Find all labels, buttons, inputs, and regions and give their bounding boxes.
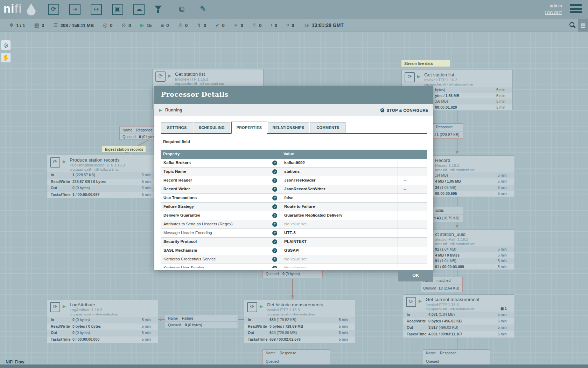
help-icon[interactable]: ? — [272, 239, 277, 244]
processor-name: LogAttribute — [70, 302, 95, 307]
stat-label: Read/Write — [407, 319, 426, 323]
table-row[interactable]: Record Reader?JsonTreeReader→ — [161, 176, 427, 185]
property-value: UTF-8 — [284, 231, 296, 235]
value-cell[interactable]: No value set — [280, 264, 398, 268]
go-to-service-icon[interactable]: → — [402, 177, 407, 183]
proc-logattribute[interactable]: In0 (0 bytes)5 minRead/Write0 bytes / 0 … — [47, 300, 158, 342]
stat-window: 5 min — [496, 88, 505, 92]
tab-comments[interactable]: COMMENTS — [310, 122, 346, 133]
help-icon[interactable]: ? — [272, 169, 277, 174]
connection-row-value: Response — [280, 351, 296, 355]
stat-window: 5 min — [498, 173, 507, 177]
connection-label-row: Queued10 (2.64 KB) — [421, 285, 462, 292]
tab-relationships[interactable]: RELATIONSHIPS — [268, 122, 309, 133]
property-name: Record Reader — [163, 178, 192, 182]
processor-type-icon: ⟳ — [50, 157, 60, 168]
table-row[interactable]: Topic Name?stations — [161, 168, 427, 176]
nifi-application: In5 minRead/Write5 minOut5 minTasks/Time… — [0, 0, 588, 368]
value-cell[interactable]: JsonRecordSetWriter — [280, 185, 398, 193]
help-icon[interactable]: ? — [272, 204, 277, 209]
table-row[interactable]: Failure Strategy?Route to Failure — [161, 203, 427, 211]
value-cell[interactable]: UTF-8 — [280, 229, 398, 237]
remote-process-group-icon[interactable]: ☁ — [133, 4, 145, 15]
birdseye-button[interactable]: ◎ — [1, 40, 10, 50]
value-cell[interactable]: No value set — [280, 255, 398, 264]
table-row[interactable]: Message Header Encoding?UTF-8 — [161, 229, 427, 238]
table-row[interactable]: Security Protocol?PLAINTEXT — [161, 238, 427, 246]
label-stream-live-data[interactable]: Stream live-data — [401, 60, 450, 67]
proc-get-historic-measurements[interactable]: In689 (179.52 KB)5 minRead/Write0 bytes … — [244, 300, 355, 342]
table-row[interactable]: SASL Mechanism?GSSAPI — [161, 246, 427, 255]
stop-and-configure-button[interactable]: ⚙STOP & CONFIGURE — [380, 107, 428, 114]
help-icon[interactable]: ? — [272, 196, 277, 200]
value-cell[interactable]: kafka:9092 — [280, 159, 398, 167]
stat-row: Tasks/Time1 / 00:00:00.0675 min — [47, 192, 158, 198]
label-ingest-station-records[interactable]: Ingest station records — [102, 146, 146, 152]
value-cell[interactable]: false — [280, 194, 398, 202]
help-icon[interactable]: ? — [272, 248, 277, 253]
tab-properties[interactable]: PROPERTIES — [231, 122, 267, 134]
refresh-icon[interactable]: ⟳ — [304, 22, 309, 29]
value-cell[interactable]: PLAINTEXT — [280, 238, 398, 246]
help-icon[interactable]: ? — [272, 257, 277, 262]
help-icon[interactable]: ? — [272, 187, 277, 192]
processor-icon[interactable]: ⟳ — [48, 4, 59, 15]
connection-row-value: d 1 (228.57 KB) — [434, 132, 460, 137]
stat-value: bytes) — [435, 88, 445, 92]
value-cell[interactable]: No value set — [280, 220, 398, 229]
funnel-icon[interactable] — [155, 6, 162, 13]
connection-row-label: Name — [426, 351, 436, 355]
stat-value: 91 / 00:00:03.089 — [435, 265, 464, 269]
value-cell[interactable]: Route to Failure — [280, 203, 398, 211]
panel-toggle-button[interactable]: ▤ — [578, 19, 588, 32]
breadcrumb[interactable]: NiFi Flow — [6, 360, 24, 364]
stat-value: 91 (1.04 MB) — [435, 247, 456, 251]
help-icon[interactable]: ? — [272, 222, 277, 227]
help-icon[interactable]: ? — [272, 266, 277, 268]
search-button[interactable] — [566, 19, 578, 32]
template-icon[interactable]: ⧉ — [176, 4, 187, 15]
connection-row-label: Queued — [426, 359, 439, 363]
stat-label: Out — [248, 330, 254, 335]
table-row[interactable]: Kerberos Credentials Service?No value se… — [161, 255, 427, 264]
value-cell[interactable]: stations — [280, 168, 398, 176]
ok-button[interactable]: OK — [398, 270, 433, 281]
value-cell[interactable]: GSSAPI — [280, 246, 398, 255]
help-icon[interactable]: ? — [272, 213, 277, 218]
help-icon[interactable]: ? — [272, 178, 277, 183]
conn-response-bottom-mid[interactable]: NameResponseQueued — [262, 349, 330, 366]
pan-hand-button[interactable]: ✋ — [1, 53, 10, 62]
input-port-icon[interactable]: ⇥ — [69, 4, 80, 15]
logout-link[interactable]: LOG OUT — [545, 11, 562, 15]
stat-window: 5 min — [498, 319, 507, 323]
stat-value: 0 (0 bytes) — [72, 186, 90, 190]
tab-scheduling[interactable]: SCHEDULING — [194, 122, 230, 133]
conn-response-bottom-right[interactable]: NameResponseQueued — [423, 349, 490, 366]
table-row[interactable]: Kerberos User Service?No value set — [161, 264, 427, 268]
process-group-icon[interactable]: ▣ — [112, 4, 123, 15]
stat-value-number: 00:00:00.595 — [435, 191, 457, 196]
go-to-service-icon[interactable]: → — [402, 186, 407, 191]
label-icon[interactable]: ✎ — [197, 4, 209, 15]
output-port-icon[interactable]: ↦ — [91, 4, 102, 15]
conn-failure[interactable]: NameFailureQueued0 (0 bytes) — [165, 315, 238, 328]
table-row[interactable]: Record Writer?JsonRecordSetWriter→ — [161, 185, 427, 194]
cluster-node-badge: ▦ 1 — [500, 307, 507, 311]
stat-value: 0 (0 bytes) — [72, 330, 90, 335]
help-icon[interactable]: ? — [272, 231, 277, 236]
proc-produce-station-records[interactable]: In1 (228.57 KB)5 minRead/Write228.57 KB … — [47, 155, 158, 198]
table-row[interactable]: Delivery Guarantee?Guarantee Replicated … — [161, 211, 427, 220]
connection-row-value: Failure — [182, 316, 193, 320]
connection-row-label: Queued — [168, 323, 181, 327]
table-row[interactable]: Attributes to Send as Headers (Regex)?No… — [161, 220, 427, 229]
table-row[interactable]: Use Transactions?false — [161, 194, 427, 203]
global-menu-button[interactable] — [570, 4, 582, 14]
value-cell[interactable]: JsonTreeReader — [280, 176, 398, 185]
tab-settings[interactable]: SETTINGS — [161, 122, 193, 133]
value-cell[interactable]: Guarantee Replicated Delivery — [280, 211, 398, 220]
help-icon[interactable]: ? — [272, 161, 277, 165]
stat-value: 4,081 / 00:03:11.167 — [428, 332, 462, 336]
proc-get-current-measurement[interactable]: In4,081 (1.04 MB)5 minRead/Write0 bytes … — [403, 294, 514, 337]
table-row[interactable]: Kafka Brokers?kafka:9092 — [161, 159, 427, 168]
processor-name: Get current measurement — [426, 297, 479, 302]
